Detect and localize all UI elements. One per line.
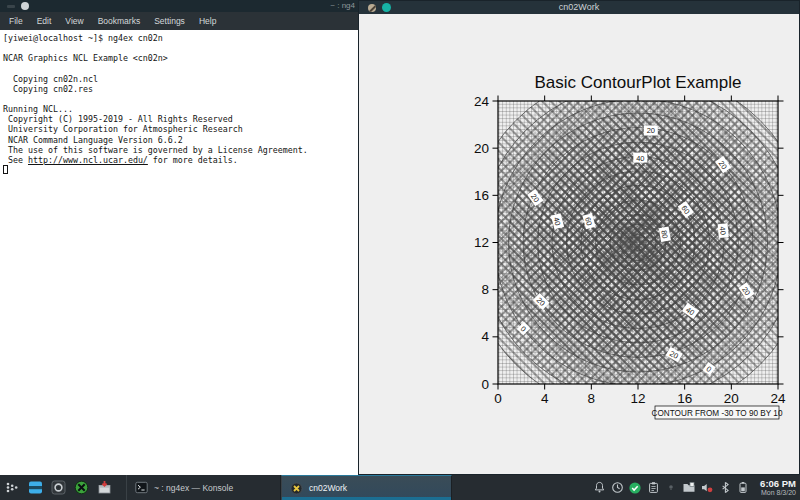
terminal-line: Running NCL...	[3, 104, 358, 114]
close-icon[interactable]	[21, 2, 29, 10]
terminal-line: NCAR Command Language Version 6.6.2	[3, 135, 358, 145]
window-menu-icon[interactable]	[368, 4, 376, 12]
svg-text:20: 20	[724, 391, 739, 406]
window-title: cn02Work	[359, 1, 799, 14]
terminal-line	[3, 94, 358, 104]
clock-time: 6:06 PM	[760, 479, 796, 489]
package-installer-icon[interactable]	[96, 480, 112, 496]
svg-text:20: 20	[474, 141, 489, 156]
chart-title: Basic ContourPlot Example	[498, 73, 778, 93]
terminal-line: University Corporation for Atmospheric R…	[3, 124, 358, 134]
desktop: ~ : ng4 FileEditViewBookmarksSettingsHel…	[0, 0, 800, 500]
svg-text:16: 16	[474, 188, 489, 203]
svg-text:80: 80	[659, 229, 669, 239]
terminal-line: Copyright (C) 1995-2019 - All Rights Res…	[3, 114, 358, 124]
svg-text:24: 24	[474, 94, 490, 109]
taskbar: ~ : ng4ex — Konsolecn02Work 6:06 PM Mon …	[0, 475, 800, 500]
clock-icon[interactable]	[610, 481, 624, 495]
svg-text:0: 0	[481, 377, 489, 392]
digital-clock[interactable]: 6:06 PM Mon 8/3/20	[754, 479, 800, 496]
terminal-line: The use of this software is governed by …	[3, 145, 358, 155]
system-tray	[592, 481, 754, 495]
contour-plot: 2040202040606080402020040200 04812162024…	[459, 93, 794, 439]
bluetooth-icon[interactable]	[718, 481, 732, 495]
updates-ok-icon[interactable]	[628, 481, 642, 495]
clock-date: Mon 8/3/20	[760, 489, 796, 496]
terminal-line: NCAR Graphics NCL Example <cn02n>	[3, 53, 358, 63]
svg-text:40: 40	[718, 226, 728, 235]
help-center-icon[interactable]	[50, 480, 66, 496]
terminal-line: [yiwei@localhost ~]$ ng4ex cn02n	[3, 33, 358, 43]
terminal-link[interactable]: http://www.ncl.ucar.edu/	[28, 155, 148, 165]
menubar: FileEditViewBookmarksSettingsHelp	[0, 12, 358, 30]
svg-text:4: 4	[481, 329, 489, 344]
svg-text:40: 40	[636, 154, 644, 163]
window-button-icon[interactable]	[382, 3, 391, 12]
svg-text:4: 4	[541, 391, 549, 406]
svg-text:CONTOUR FROM -30 TO 90 BY 10: CONTOUR FROM -30 TO 90 BY 10	[652, 409, 783, 418]
menu-view[interactable]: View	[58, 12, 90, 30]
clipboard-icon[interactable]	[646, 481, 660, 495]
svg-text:8: 8	[481, 282, 489, 297]
x11-window-icon	[288, 480, 304, 496]
volume-muted-icon[interactable]	[700, 481, 714, 495]
konsole-titlebar[interactable]: ~ : ng4	[0, 0, 358, 12]
terminal-line	[3, 63, 358, 73]
task-button--ng4ex-konsole[interactable]: ~ : ng4ex — Konsole	[126, 475, 281, 500]
terminal-line: Copying cn02n.ncl	[3, 74, 358, 84]
terminal-cursor	[3, 165, 8, 174]
device-notifier-icon[interactable]	[682, 481, 696, 495]
status-dot-icon[interactable]	[664, 481, 678, 495]
window-title: ~ : ng4	[330, 1, 355, 10]
task-button-cn02work[interactable]: cn02Work	[281, 475, 452, 500]
files-app-icon[interactable]	[27, 480, 43, 496]
terminal-output[interactable]: [yiwei@localhost ~]$ ng4ex cn02n NCAR Gr…	[0, 30, 358, 175]
menu-help[interactable]: Help	[192, 12, 223, 30]
svg-text:20: 20	[647, 126, 655, 135]
svg-text:24: 24	[770, 391, 786, 406]
bell-icon[interactable]	[592, 481, 606, 495]
menu-edit[interactable]: Edit	[30, 12, 59, 30]
konsole-icon	[133, 480, 149, 496]
terminal-line	[3, 43, 358, 53]
svg-text:12: 12	[630, 391, 645, 406]
svg-text:16: 16	[677, 391, 692, 406]
task-manager: ~ : ng4ex — Konsolecn02Work	[126, 475, 452, 500]
menu-file[interactable]: File	[2, 12, 30, 30]
app-launcher-icon[interactable]	[4, 480, 20, 496]
quick-launch	[0, 480, 112, 496]
svg-text:8: 8	[588, 391, 596, 406]
battery-icon[interactable]	[736, 481, 750, 495]
svg-text:0: 0	[494, 391, 502, 406]
menu-bookmarks[interactable]: Bookmarks	[91, 12, 148, 30]
cn02work-titlebar[interactable]: cn02Work	[359, 1, 799, 14]
task-label: ~ : ng4ex — Konsole	[154, 483, 233, 493]
contour-note: CONTOUR FROM -30 TO 90 BY 10	[652, 406, 783, 419]
menu-settings[interactable]: Settings	[147, 12, 192, 30]
terminal-line: See http://www.ncl.ucar.edu/ for more de…	[3, 155, 358, 165]
minimize-icon[interactable]	[7, 5, 15, 8]
svg-text:12: 12	[474, 235, 489, 250]
terminal-line	[3, 165, 358, 175]
cn02work-window: cn02Work Basic ContourPlot Example	[358, 0, 800, 475]
x11-app-icon[interactable]	[73, 480, 89, 496]
konsole-window: ~ : ng4 FileEditViewBookmarksSettingsHel…	[0, 0, 359, 475]
terminal-line: Copying cn02.res	[3, 84, 358, 94]
task-label: cn02Work	[309, 483, 347, 493]
